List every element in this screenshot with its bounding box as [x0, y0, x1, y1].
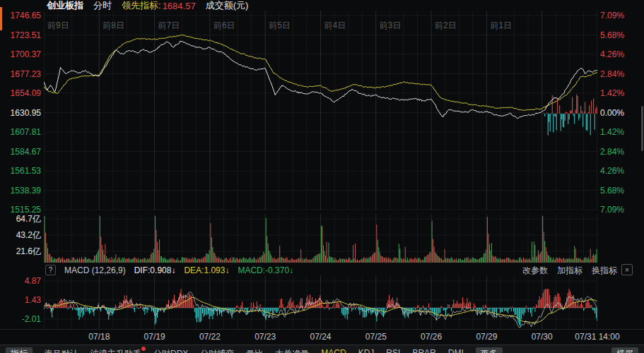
volume-axis-label: 64.7亿 — [16, 214, 41, 224]
macd-chart-svg[interactable] — [44, 275, 597, 329]
leading-indicator-value: 1684.57 — [163, 1, 196, 11]
scrollbar-thumb[interactable] — [641, 106, 643, 151]
toolbar-item-BRAR[interactable]: BRAR — [412, 348, 435, 353]
day-label: 前3日 — [380, 20, 402, 32]
date-label: 07/18 — [88, 332, 110, 342]
date-label: 07/25 — [365, 332, 387, 342]
macd-axis-label: -2.01 — [22, 314, 41, 324]
volume-axis-label: 43.2亿 — [16, 230, 41, 240]
volume-pane[interactable] — [44, 214, 597, 263]
help-icon[interactable]: ? — [45, 265, 56, 275]
price-axis-label: 1654.09 — [11, 88, 41, 98]
stock-app-screen: 创业板指 分时 领先指标: 1684.57 成交额(元) 前9日前8日前7日前6… — [0, 0, 644, 353]
date-label: 07/19 — [144, 332, 165, 342]
pct-axis-label: 7.09% — [600, 11, 624, 20]
date-label: 07/31 14:00 — [575, 332, 619, 342]
toolbar-item-DMI[interactable]: DMI — [448, 348, 464, 353]
day-label: 前1日 — [490, 20, 512, 32]
volume-chart-svg[interactable] — [44, 214, 597, 263]
price-axis-label: 1561.53 — [11, 166, 41, 176]
price-axis-label: 1746.65 — [11, 11, 41, 20]
toolbar-item-量比[interactable]: 量比 — [246, 348, 263, 353]
toolbar-item-更多[interactable]: 更多 — [476, 347, 503, 353]
day-label: 前6日 — [213, 20, 235, 32]
toolbar-item-海风默认[interactable]: 海风默认 — [45, 348, 78, 353]
toolbar-item-大单净量[interactable]: 大单净量 — [275, 348, 309, 353]
toolbar-item-分时博弈[interactable]: 分时博弈 — [200, 348, 234, 353]
indicator-header-row: ? MACD (12,26,9) DIF:0.908↓ DEA:1.093↓ M… — [0, 264, 644, 275]
toolbar-item-MACD[interactable]: MACD — [321, 348, 346, 353]
day-label: 前9日 — [47, 20, 69, 32]
day-label: 前4日 — [324, 20, 346, 32]
date-label: 07/26 — [421, 332, 442, 342]
price-axis-label: 1630.95 — [11, 108, 41, 118]
date-label: 07/30 — [532, 332, 553, 342]
price-axis-label: 1607.81 — [11, 127, 41, 137]
date-label: 07/29 — [476, 332, 497, 342]
date-axis: 07/1807/1907/2207/2307/2407/2507/2607/29… — [0, 329, 644, 345]
volume-axis-label: 21.6亿 — [16, 246, 41, 256]
date-label: 07/23 — [254, 332, 276, 342]
indicator-name[interactable]: MACD (12,26,9) — [64, 265, 126, 275]
price-axis-label: 1677.23 — [11, 69, 41, 79]
macd-pane[interactable] — [44, 275, 597, 329]
price-axis-label: 1723.51 — [11, 30, 41, 40]
day-label: 前2日 — [435, 20, 457, 32]
pct-axis-label: 7.09% — [600, 205, 624, 215]
chart-header: 创业板指 分时 领先指标: 1684.57 成交额(元) — [47, 0, 248, 11]
pct-axis-label: 2.84% — [600, 147, 624, 157]
day-label: 前7日 — [158, 20, 180, 32]
price-chart-svg[interactable] — [44, 11, 597, 210]
left-accent-bar — [0, 7, 2, 30]
toolbar-item-RSI[interactable]: RSI — [386, 348, 400, 353]
price-axis-label: 1584.67 — [11, 147, 41, 157]
date-label: 07/22 — [199, 332, 221, 342]
pct-axis-label: 2.84% — [600, 69, 624, 79]
pct-axis-label: 0.00% — [600, 108, 624, 118]
toolbar-item-分时DDX[interactable]: 分时DDX — [153, 348, 188, 353]
toolbar-item-横屏[interactable]: 横屏 — [611, 347, 638, 353]
price-axis-label: 1538.39 — [11, 186, 41, 196]
dea-value: DEA:1.093↓ — [184, 265, 229, 275]
toolbar-item-波浪主升助手[interactable]: 波浪主升助手 — [90, 348, 141, 353]
notification-dot — [141, 347, 146, 351]
pct-axis-label: 1.42% — [600, 88, 624, 98]
day-label: 前5日 — [269, 20, 291, 32]
pct-axis-label: 1.42% — [600, 127, 624, 137]
toolbar-item-指标[interactable]: 指标 — [6, 347, 33, 353]
dif-value: DIF:0.908↓ — [134, 265, 176, 275]
close-icon[interactable]: × — [621, 264, 633, 275]
date-label: 07/24 — [310, 332, 331, 342]
indicator-toolbar: 指标海风默认波浪主升助手分时DDX分时博弈量比大单净量MACDKDJRSIBRA… — [0, 345, 644, 353]
pct-axis-label: 4.26% — [600, 166, 624, 176]
toolbar-item-KDJ[interactable]: KDJ — [358, 348, 375, 353]
pct-axis-label: 4.26% — [600, 49, 624, 59]
price-chart-pane[interactable]: 前9日前8日前7日前6日前5日前4日前3日前2日前1日 — [44, 11, 597, 210]
price-axis-label: 1515.25 — [11, 205, 41, 215]
macd-axis-label: 1.43 — [25, 295, 41, 305]
pct-axis-label: 5.68% — [600, 30, 624, 40]
pct-axis-label: 5.68% — [600, 186, 624, 196]
macd-axis-label: 4.87 — [25, 276, 41, 286]
price-axis-label: 1700.37 — [11, 49, 41, 59]
macd-value: MACD:-0.370↓ — [238, 265, 293, 275]
day-label: 前8日 — [103, 20, 124, 32]
